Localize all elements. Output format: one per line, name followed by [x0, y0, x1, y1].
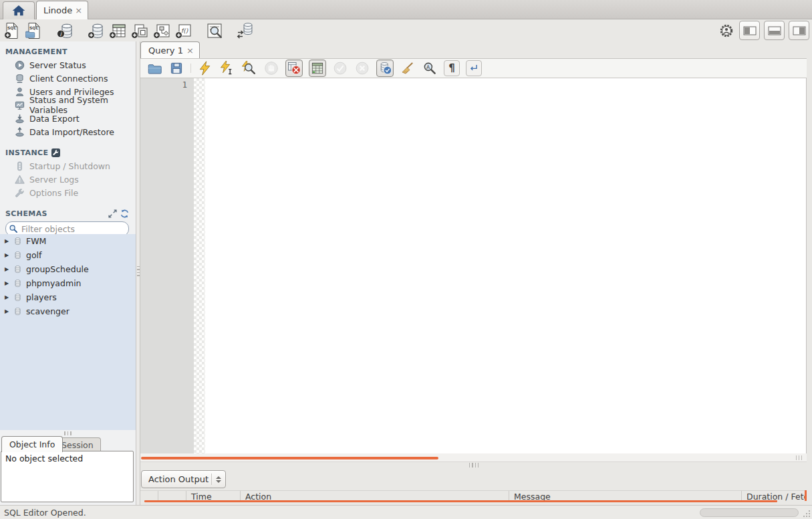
schema-name: groupSchedule	[26, 264, 89, 274]
svg-text:SQL: SQL	[29, 25, 38, 29]
close-icon[interactable]: ×	[75, 6, 82, 15]
search-icon	[9, 224, 18, 233]
output-type-select[interactable]: Action Output	[141, 470, 226, 488]
new-query-tab-button[interactable]: SQL	[3, 22, 21, 39]
find-button[interactable]: A	[422, 60, 438, 76]
create-table-button[interactable]	[109, 22, 126, 39]
splitter-grip[interactable]	[137, 266, 140, 277]
system-variables-icon	[14, 100, 25, 110]
schema-row-phpmyadmin[interactable]: ▶ phpmyadmin	[0, 276, 136, 290]
tab-object-info[interactable]: Object Info	[1, 436, 63, 452]
sidebar-item-label: Status and System Variables	[29, 95, 136, 115]
panel-bottom-icon	[768, 25, 781, 36]
schema-name: scavenger	[26, 306, 70, 316]
sql-code-editor[interactable]: 1	[140, 78, 807, 453]
limit-rows-button[interactable]	[309, 60, 326, 77]
execute-button[interactable]	[197, 60, 213, 76]
object-info-panel: No object selected	[1, 451, 134, 502]
sidebar-bottom-tabs: Object Info Session	[0, 436, 136, 451]
wrap-text-icon	[468, 62, 480, 74]
schema-row-players[interactable]: ▶ players	[0, 290, 136, 304]
output-splitter-grip[interactable]	[469, 463, 479, 468]
connection-tab[interactable]: Linode ×	[36, 1, 88, 19]
sidebar: MANAGEMENT Server Status Client Connecti…	[0, 41, 136, 505]
expander-triangle-icon[interactable]: ▶	[4, 280, 9, 286]
explain-button[interactable]	[241, 60, 257, 76]
schema-row-scavenger[interactable]: ▶ scavenger	[0, 304, 136, 318]
commit-button	[332, 60, 348, 76]
editor-h-scrollbar-thumb[interactable]	[141, 457, 438, 459]
save-button[interactable]	[168, 60, 184, 76]
autocommit-icon	[378, 62, 392, 75]
toggle-autocommit-button[interactable]	[376, 60, 394, 77]
instance-section-header: INSTANCE	[5, 148, 136, 157]
show-invisibles-button[interactable]: ¶	[444, 60, 460, 76]
sidebar-item-server-status[interactable]: Server Status	[0, 58, 136, 72]
close-icon[interactable]: ×	[186, 46, 194, 55]
output-v-scrollbar-thumb[interactable]	[805, 490, 807, 501]
sidebar-item-client-connections[interactable]: Client Connections	[0, 72, 136, 85]
query-tab[interactable]: Query 1 ×	[140, 41, 200, 58]
stop-on-error-icon	[287, 62, 301, 75]
sidebar-item-label: Options File	[29, 188, 78, 198]
expander-triangle-icon[interactable]: ▶	[4, 294, 9, 300]
schema-filter-input[interactable]	[20, 223, 128, 235]
refresh-icon[interactable]	[120, 209, 129, 218]
execute-current-button[interactable]	[219, 60, 235, 76]
sidebar-item-options-file[interactable]: Options File	[0, 186, 136, 199]
expander-triangle-icon[interactable]: ▶	[4, 308, 9, 314]
open-sql-script-button[interactable]: SQL	[25, 22, 43, 39]
status-bar: SQL Editor Opened.	[0, 505, 812, 519]
toggle-right-panel-button[interactable]	[789, 21, 809, 40]
search-table-data-button[interactable]	[206, 22, 223, 39]
output-h-scrollbar-thumb[interactable]	[144, 500, 777, 502]
toggle-left-panel-button[interactable]	[739, 21, 760, 40]
toggle-stop-on-error-button[interactable]	[285, 60, 303, 77]
reconnect-dbms-button[interactable]	[237, 22, 254, 39]
select-spinner-icon[interactable]	[211, 474, 225, 485]
create-view-button[interactable]	[131, 22, 148, 39]
toggle-wrap-button[interactable]	[466, 60, 482, 76]
sidebar-item-label: Server Status	[29, 60, 86, 70]
toggle-bottom-panel-button[interactable]	[764, 21, 785, 40]
fold-margin	[194, 78, 205, 453]
svg-text:A: A	[426, 64, 430, 70]
beautify-button[interactable]	[400, 60, 416, 76]
schema-icon	[13, 279, 22, 288]
window-resize-grip[interactable]	[803, 510, 811, 518]
status-progress-pill	[700, 508, 799, 517]
tab-label: Object Info	[9, 439, 55, 449]
open-file-button[interactable]	[146, 60, 162, 76]
management-title: MANAGEMENT	[5, 47, 67, 56]
create-procedure-button[interactable]	[153, 22, 170, 39]
schema-row-groupschedule[interactable]: ▶ groupSchedule	[0, 262, 136, 276]
panel-left-icon	[743, 25, 757, 36]
connection-tab-label: Linode	[43, 5, 72, 15]
schema-row-fwm[interactable]: ▶ FWM	[0, 234, 136, 248]
expand-icon[interactable]	[108, 209, 117, 218]
editor-text-area[interactable]	[205, 78, 807, 453]
schema-name: phpmyadmin	[26, 278, 82, 288]
home-tab[interactable]	[3, 1, 35, 19]
expander-triangle-icon[interactable]: ▶	[4, 238, 9, 244]
panel-resize-grip[interactable]	[64, 431, 74, 435]
expander-triangle-icon[interactable]: ▶	[4, 266, 9, 272]
sidebar-item-server-logs[interactable]: Server Logs	[0, 173, 136, 186]
expander-triangle-icon[interactable]: ▶	[4, 252, 9, 258]
schema-icon	[13, 237, 22, 245]
line-number: 1	[182, 80, 187, 90]
sidebar-item-startup-shutdown[interactable]: Startup / Shutdown	[0, 159, 136, 173]
create-function-button[interactable]: f()	[175, 22, 192, 39]
gear-user-icon[interactable]	[718, 22, 735, 39]
editor-h-scrollbar[interactable]	[140, 453, 807, 462]
schema-inspector-button[interactable]: i	[56, 22, 74, 39]
server-logs-icon	[14, 174, 25, 185]
sidebar-item-system-variables[interactable]: Status and System Variables	[0, 98, 136, 112]
sidebar-item-data-import[interactable]: Data Import/Restore	[0, 125, 136, 138]
schema-name: players	[26, 292, 57, 302]
server-status-icon	[14, 60, 25, 70]
client-connections-icon	[14, 73, 25, 84]
schema-row-golf[interactable]: ▶ golf	[0, 248, 136, 262]
create-schema-button[interactable]	[87, 22, 104, 39]
sidebar-splitter[interactable]	[136, 41, 140, 505]
